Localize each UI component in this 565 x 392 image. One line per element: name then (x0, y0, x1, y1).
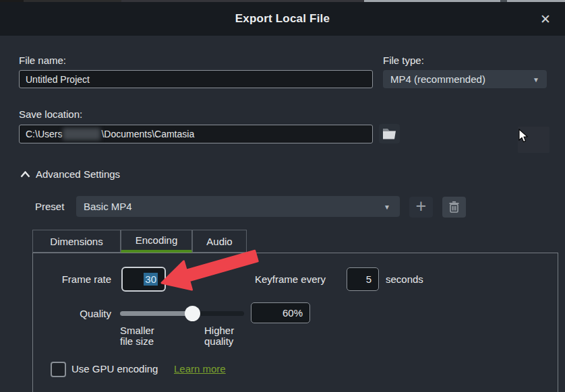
plus-icon: + (416, 197, 427, 216)
browse-folder-button[interactable] (379, 124, 400, 143)
save-location-label: Save location: (19, 108, 82, 120)
delete-preset-button[interactable] (442, 197, 466, 218)
chevron-down-icon: ▼ (533, 75, 539, 83)
keyframe-input[interactable]: 5 (347, 267, 379, 291)
file-type-value: MP4 (recommended) (390, 73, 485, 85)
keyframe-value: 5 (366, 273, 371, 285)
quality-value: 60% (282, 307, 303, 319)
close-icon[interactable]: ✕ (535, 9, 556, 29)
folder-icon (382, 128, 396, 139)
quality-input[interactable]: 60% (251, 302, 310, 323)
save-location-input[interactable]: C:\Users\Documents\Camtasia (19, 125, 373, 143)
quality-slider-handle[interactable] (185, 306, 200, 321)
redacted-username (63, 128, 100, 140)
dialog-title: Export Local File (235, 12, 330, 26)
preset-label: Preset (35, 201, 64, 212)
file-name-value: Untitled Project (26, 74, 90, 85)
trash-icon (449, 201, 459, 213)
annotation-arrow (155, 249, 263, 296)
chevron-down-icon: ▼ (384, 203, 390, 210)
chevron-up-icon (20, 171, 30, 178)
quality-label: Quality (40, 308, 111, 319)
dialog-titlebar: Export Local File ✕ (0, 2, 565, 36)
gpu-encoding-label: Use GPU encoding (71, 363, 158, 374)
tab-dimensions[interactable]: Dimensions (32, 230, 121, 253)
export-dialog: Export Local File ✕ File name: Untitled … (0, 0, 565, 392)
advanced-settings-toggle[interactable]: Advanced Settings (20, 168, 120, 180)
learn-more-link[interactable]: Learn more (174, 363, 226, 374)
file-type-dropdown[interactable]: MP4 (recommended) ▼ (383, 70, 547, 88)
preset-value: Basic MP4 (84, 201, 132, 212)
file-name-input[interactable]: Untitled Project (19, 70, 373, 88)
quality-min-label: Smaller file size (120, 325, 167, 347)
keyframe-unit: seconds (386, 273, 423, 285)
frame-rate-label: Frame rate (40, 273, 111, 285)
advanced-settings-label: Advanced Settings (36, 168, 120, 180)
save-location-prefix: C:\Users (26, 129, 62, 139)
quality-slider[interactable] (120, 311, 244, 316)
gpu-encoding-checkbox[interactable] (51, 362, 66, 377)
cursor-icon (518, 129, 529, 143)
file-name-label: File name: (19, 55, 66, 66)
quality-slider-fill (120, 311, 192, 316)
file-type-label: File type: (383, 55, 424, 66)
add-preset-button[interactable]: + (409, 197, 433, 218)
save-location-suffix: \Documents\Camtasia (101, 129, 194, 139)
quality-max-label: Higher quality (204, 325, 247, 347)
preset-dropdown[interactable]: Basic MP4 ▼ (76, 196, 400, 217)
keyframe-label: Keyframe every (255, 273, 326, 285)
